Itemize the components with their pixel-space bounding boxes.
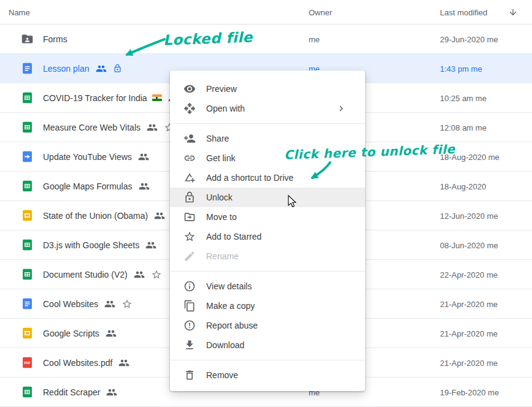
pdf-icon [21,356,34,369]
shared-people-icon [134,269,145,280]
file-modified: 21-Apr-2020 me [440,358,498,367]
lock-icon [183,191,196,204]
copy-icon [183,300,196,312]
india-flag-icon [152,94,162,101]
download-icon [183,339,196,351]
menu-item-label: Get link [206,153,235,163]
slides-icon [21,209,34,222]
docs-icon [21,62,34,75]
menu-item-download[interactable]: Download [170,335,365,355]
file-name: COVID-19 Tracker for India [43,93,147,103]
person-add-icon [183,132,196,145]
file-modified: 10:25 am me [440,93,487,102]
open-with-icon [183,102,196,115]
file-name: Google Scripts [43,329,99,338]
star-icon [183,230,196,243]
sheets-icon [21,121,34,134]
sheets-icon [21,238,34,251]
file-name: Cool Websites [43,299,98,309]
shared-people-icon [96,63,107,74]
arrow-file-icon [21,150,34,163]
chevron-right-icon [336,103,347,114]
docs-icon [21,297,34,310]
file-name: Reddit Scraper [43,387,100,397]
menu-item-label: Report abuse [206,321,258,330]
file-name: State of the Union (Obama) [43,211,148,221]
column-header-last-modified[interactable]: Last modified [440,7,487,17]
file-modified: 08-Jun-2020 me [440,240,498,249]
link-icon [183,152,196,164]
sheets-icon [21,386,34,398]
file-name: Google Maps Formulas [43,181,133,191]
menu-item-add-to-starred[interactable]: Add to Starred [170,227,365,246]
menu-item-label: Download [206,340,244,350]
file-modified: 29-Jun-2020 me [440,34,498,44]
menu-item-move-to[interactable]: Move to [170,207,365,227]
file-modified: 21-Apr-2020 me [440,329,498,338]
menu-item-label: Rename [206,251,239,261]
shared-people-icon [147,122,158,133]
file-name: Update YouTube Views [43,152,132,162]
menu-item-label: Add a shortcut to Drive [206,173,293,183]
menu-item-label: Make a copy [206,301,255,311]
column-header-owner[interactable]: Owner [309,7,332,17]
menu-item-label: Share [206,134,229,143]
menu-item-label: View details [206,281,252,291]
file-modified: 18-Aug-2020 [440,181,486,191]
shared-people-icon [104,299,115,310]
shared-people-icon [145,240,156,251]
pencil-icon [183,250,196,262]
file-row[interactable]: Forms me 29-Jun-2020 me [0,25,532,54]
menu-item-unlock[interactable]: Unlock [170,188,365,207]
menu-item-remove[interactable]: Remove [170,365,365,385]
sheets-icon [21,180,34,192]
file-modified: 21-Apr-2020 me [440,299,498,308]
shared-people-icon [106,328,117,339]
trash-icon [183,369,196,381]
menu-divider [170,360,365,360]
menu-item-report-abuse[interactable]: Report abuse [170,316,365,335]
file-name: Lesson plan [43,64,90,74]
file-name: Document Studio (V2) [43,270,128,280]
shared-people-icon [106,387,117,398]
file-name: D3.js with Google Sheets [43,240,139,250]
menu-item-view-details[interactable]: View details [170,276,365,296]
file-modified: 1:43 pm me [440,64,482,73]
menu-item-label: Preview [206,84,237,94]
menu-divider [170,123,365,124]
annotation-arrow-to-unlock [302,158,339,189]
column-header-name[interactable]: Name [9,7,30,17]
annotation-locked-file: Locked file [163,29,253,48]
file-name: Cool Websites.pdf [43,358,112,368]
menu-item-label: Move to [206,212,237,222]
star-icon [121,299,133,310]
menu-item-open-with[interactable]: Open with [170,99,365,118]
folder-move-icon [183,211,196,223]
slides-icon [21,327,34,340]
menu-item-label: Remove [206,370,238,380]
shared-people-icon [138,151,149,162]
lock-icon [113,64,122,73]
shared-people-icon [118,357,129,368]
sort-arrow-down-icon[interactable] [508,7,518,17]
sheets-icon [21,268,34,281]
menu-item-rename: Rename [170,246,365,266]
sheets-icon [21,91,34,104]
star-icon [151,269,162,280]
menu-item-label: Add to Starred [206,232,261,242]
mouse-cursor [287,195,296,208]
menu-item-make-a-copy[interactable]: Make a copy [170,296,365,316]
menu-item-label: Unlock [206,192,233,202]
file-owner: me [309,34,320,44]
drive-shortcut-icon [183,172,196,184]
file-modified: 22-Apr-2020 me [440,270,498,279]
shared-people-icon [139,181,150,192]
context-menu: Preview Open with Share Get link Add a s… [170,70,365,391]
info-icon [183,280,196,292]
file-modified: 12-Jun-2020 me [440,211,498,220]
report-icon [183,319,196,332]
shared-folder-icon [21,32,34,45]
file-name: Measure Core Web Vitals [43,123,141,132]
menu-item-preview[interactable]: Preview [170,79,365,99]
list-header: Name Owner Last modified [0,0,532,25]
